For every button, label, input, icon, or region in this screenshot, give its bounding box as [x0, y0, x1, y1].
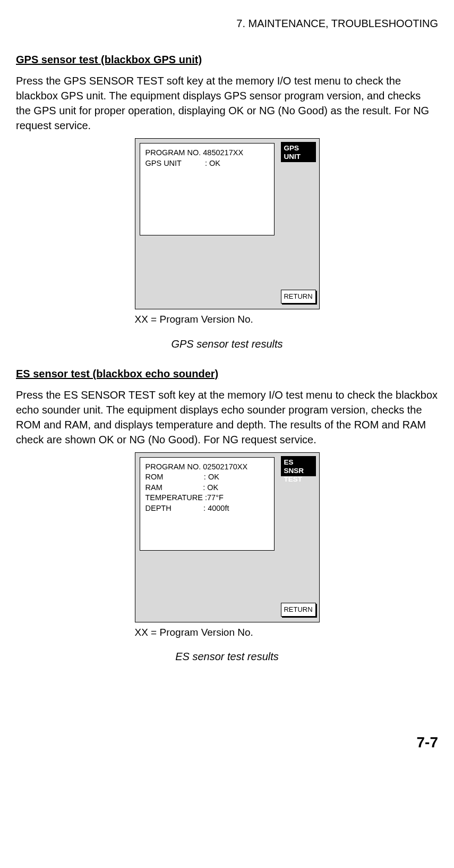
- es-line-1: PROGRAM NO. 02502170XX: [145, 462, 269, 473]
- es-line-2: ROM : OK: [145, 472, 269, 483]
- gps-line-2: GPS UNIT : OK: [145, 158, 269, 169]
- figure-caption-2: ES sensor test results: [175, 649, 279, 664]
- softkey-gps-unit-l2: UNIT: [284, 153, 313, 161]
- softkey-es-l1: ES SNSR: [284, 458, 313, 475]
- es-line-4: TEMPERATURE :77°F: [145, 493, 269, 503]
- es-line-5: DEPTH : 4000ft: [145, 503, 269, 514]
- es-line-3: RAM : OK: [145, 483, 269, 493]
- figure-caption-1: GPS sensor test results: [171, 336, 282, 351]
- es-test-heading: ES sensor test (blackbox echo sounder): [16, 366, 438, 381]
- softkey-es-l2: TEST: [284, 475, 313, 484]
- page-number: 7-7: [16, 732, 438, 753]
- es-info-box: PROGRAM NO. 02502170XX ROM : OK RAM : OK…: [140, 457, 275, 551]
- softkey-es-snsr-test[interactable]: ES SNSR TEST: [281, 456, 316, 476]
- chapter-header: 7. MAINTENANCE, TROUBLESHOOTING: [16, 16, 438, 31]
- figure-es: PROGRAM NO. 02502170XX ROM : OK RAM : OK…: [16, 452, 438, 669]
- softkey-gps-unit[interactable]: GPS UNIT: [281, 142, 316, 162]
- figure-note-1: XX = Program Version No.: [135, 313, 320, 327]
- gps-info-box: PROGRAM NO. 4850217XX GPS UNIT : OK: [140, 143, 275, 235]
- softkey-return-2[interactable]: RETURN: [281, 603, 316, 617]
- figure-gps: PROGRAM NO. 4850217XX GPS UNIT : OK GPS …: [16, 138, 438, 356]
- gps-line-1: PROGRAM NO. 4850217XX: [145, 148, 269, 158]
- softkey-gps-unit-l1: GPS: [284, 144, 313, 153]
- es-screen: PROGRAM NO. 02502170XX ROM : OK RAM : OK…: [135, 452, 320, 622]
- gps-screen: PROGRAM NO. 4850217XX GPS UNIT : OK GPS …: [135, 138, 320, 309]
- softkey-return-1[interactable]: RETURN: [281, 290, 316, 304]
- gps-test-heading: GPS sensor test (blackbox GPS unit): [16, 52, 438, 67]
- es-test-body: Press the ES SENSOR TEST soft key at the…: [16, 387, 438, 447]
- figure-note-2: XX = Program Version No.: [135, 626, 320, 640]
- gps-test-body: Press the GPS SENSOR TEST soft key at th…: [16, 73, 438, 133]
